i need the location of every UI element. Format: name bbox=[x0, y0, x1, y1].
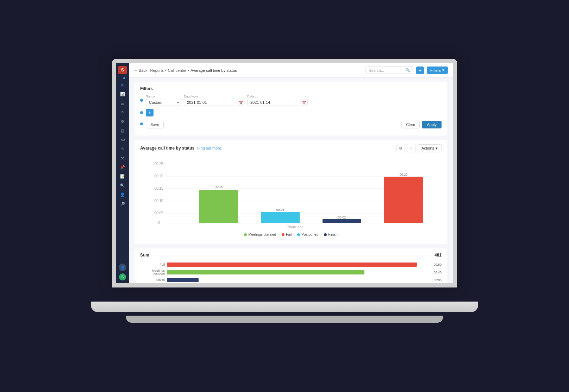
sidebar-icon-tag[interactable]: 🏷 bbox=[119, 136, 126, 143]
svg-text:00:15: 00:15 bbox=[215, 185, 223, 189]
sidebar-icon-tool[interactable]: ⚒ bbox=[119, 154, 126, 162]
date-from-label: Data from bbox=[184, 95, 244, 98]
sidebar-icon-dashboard[interactable]: ⊞ bbox=[119, 81, 126, 88]
chart-section: Avarage call time by status Find out mor… bbox=[135, 140, 447, 244]
header-left: ← Back Reports • Call center • Avarage c… bbox=[134, 68, 237, 72]
chart-actions-button[interactable]: Actions ▾ bbox=[418, 144, 442, 152]
back-button[interactable]: ← Back bbox=[134, 68, 147, 72]
add-button[interactable]: + bbox=[416, 67, 424, 74]
chart-title-area: Avarage call time by status Find out mor… bbox=[140, 146, 221, 151]
filters-label: Filters bbox=[430, 68, 441, 72]
filter-actions: Save Clear Apply bbox=[146, 121, 442, 128]
date-from-group: Data from bbox=[184, 95, 244, 106]
svg-text:00:25: 00:25 bbox=[154, 162, 163, 166]
legend-item-meetings: Meetings planned bbox=[244, 233, 276, 236]
date-to-group: Data to bbox=[247, 95, 308, 106]
h-bar-fill-fail bbox=[167, 263, 417, 267]
header: ← Back Reports • Call center • Avarage c… bbox=[129, 63, 453, 78]
chart-header: Avarage call time by status Find out mor… bbox=[140, 144, 442, 152]
clear-button[interactable]: Clear bbox=[401, 121, 420, 128]
sidebar-icon-settings[interactable]: ⚙ bbox=[119, 118, 126, 125]
sidebar-icon-search2[interactable]: 🔎 bbox=[119, 200, 126, 207]
chart-star-button[interactable]: ☆ bbox=[407, 144, 415, 152]
breadcrumb-level2[interactable]: Call center bbox=[168, 68, 187, 72]
chart-settings-button[interactable]: ⚙ bbox=[396, 144, 405, 152]
svg-text:00:02: 00:02 bbox=[338, 216, 346, 219]
sum-header: Sum 481 bbox=[140, 253, 442, 258]
header-right: 🔍 + Filters ▾ bbox=[365, 67, 448, 74]
legend-label-fail: Fail bbox=[286, 233, 292, 236]
sidebar-icon-note[interactable]: 📝 bbox=[119, 173, 126, 180]
h-bar-value-finish: 00:05 bbox=[433, 278, 442, 282]
save-button[interactable]: Save bbox=[146, 121, 164, 128]
range-group: Range Custom Today Yesterday Last 7 days… bbox=[146, 95, 181, 106]
add-filter-button[interactable]: + bbox=[146, 109, 154, 116]
sidebar-icon-edit[interactable]: ✎ bbox=[119, 145, 126, 152]
legend-dot-postponed bbox=[297, 233, 300, 236]
breadcrumb-sep1: • bbox=[165, 68, 167, 72]
search-box: 🔍 bbox=[365, 67, 413, 74]
bar-chart-container: 00:25 00:20 00:15 00:10 00:05 0 bbox=[140, 155, 442, 240]
date-from-input[interactable] bbox=[184, 99, 244, 106]
filter-dot-3 bbox=[140, 122, 143, 125]
sidebar-icon-refresh[interactable]: ↻ bbox=[119, 109, 126, 116]
back-label: Back bbox=[139, 68, 147, 72]
filters-button[interactable]: Filters ▾ bbox=[427, 67, 448, 74]
legend-item-fail: Fail bbox=[282, 233, 292, 236]
legend-dot-meetings bbox=[244, 233, 247, 236]
breadcrumb-sep2: • bbox=[188, 68, 189, 72]
bar-fail bbox=[384, 177, 423, 223]
h-bar-label-meetings: Meetings planned bbox=[140, 269, 165, 276]
sum-title: Sum bbox=[140, 253, 149, 258]
sidebar-icon-users[interactable]: 👤 bbox=[119, 191, 126, 198]
apply-button[interactable]: Apply bbox=[422, 121, 442, 128]
svg-text:00:15: 00:15 bbox=[154, 186, 163, 190]
legend-label-meetings: Meetings planned bbox=[248, 233, 276, 236]
actions-label: Actions bbox=[421, 146, 434, 150]
filters-title: Filters bbox=[140, 86, 442, 91]
legend-label-finish: Finish bbox=[328, 233, 338, 236]
svg-text:00:05: 00:05 bbox=[276, 208, 284, 211]
sidebar-icon-reports[interactable]: 📊 bbox=[119, 90, 126, 97]
date-to-label: Data to bbox=[247, 95, 308, 98]
sidebar-icon-search[interactable]: 🔍 bbox=[119, 182, 126, 189]
svg-text:0: 0 bbox=[158, 221, 160, 225]
sidebar-icon-list[interactable]: ☰ bbox=[119, 100, 126, 107]
h-bar-track-fail bbox=[167, 263, 430, 267]
h-bar-row-finish: Finish 00:05 bbox=[140, 278, 442, 282]
back-arrow-icon: ← bbox=[134, 68, 138, 72]
filter-dot bbox=[140, 99, 143, 102]
chart-actions: ⚙ ☆ Actions ▾ bbox=[396, 144, 442, 152]
h-bar-fill-finish bbox=[167, 278, 199, 282]
sidebar-green-button[interactable]: S bbox=[119, 273, 126, 280]
range-select[interactable]: Custom Today Yesterday Last 7 days Last … bbox=[146, 99, 181, 106]
filter-dot-2 bbox=[140, 111, 143, 114]
h-bar-track-finish bbox=[167, 278, 430, 282]
sidebar-icon-folder[interactable]: ▤ bbox=[119, 127, 126, 134]
sum-section: Sum 481 Fail 00:80 bbox=[135, 248, 447, 283]
svg-text:00:20: 00:20 bbox=[400, 173, 408, 176]
filters-panel: Filters Range Custom Today Yesterda bbox=[135, 82, 447, 135]
sidebar-icon-pin[interactable]: 📌 bbox=[119, 164, 126, 171]
sidebar-notification-dot bbox=[123, 77, 125, 79]
chart-legend: Meetings planned Fail Postponed bbox=[140, 233, 442, 236]
find-out-link[interactable]: Find out more bbox=[197, 146, 221, 150]
range-label: Range bbox=[146, 95, 181, 98]
date-to-input[interactable] bbox=[247, 99, 308, 106]
svg-text:00:10: 00:10 bbox=[154, 199, 163, 203]
filter-action-right: Clear Apply bbox=[401, 121, 442, 128]
range-select-wrapper: Custom Today Yesterday Last 7 days Last … bbox=[146, 99, 181, 106]
breadcrumb-root[interactable]: Reports bbox=[150, 68, 164, 72]
legend-dot-fail bbox=[282, 233, 284, 236]
breadcrumb: Reports • Call center • Avarage call tim… bbox=[150, 68, 237, 72]
svg-text:00:05: 00:05 bbox=[154, 211, 163, 215]
search-input[interactable] bbox=[369, 68, 404, 72]
bar-postponed bbox=[261, 212, 300, 223]
search-icon-button[interactable]: 🔍 bbox=[405, 68, 410, 72]
svg-text:Phone line: Phone line bbox=[287, 225, 304, 229]
h-bar-value-meetings: 00:40 bbox=[433, 271, 442, 274]
h-bar-value-fail: 00:80 bbox=[433, 263, 442, 266]
laptop-foot bbox=[126, 316, 443, 323]
filter-row-actions: Save Clear Apply bbox=[140, 119, 442, 128]
sidebar-user-avatar[interactable]: 👤 bbox=[119, 264, 126, 271]
